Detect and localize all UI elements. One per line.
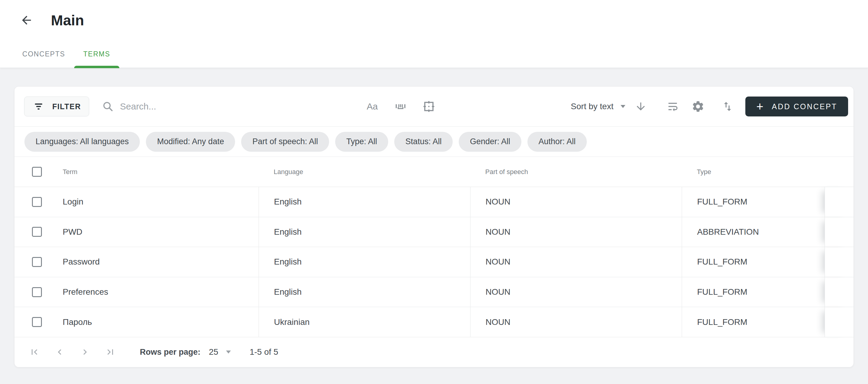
arrow-down-icon [635, 100, 647, 113]
filter-chips-row: Languages: All languages Modified: Any d… [14, 127, 854, 157]
swap-vertical-icon [721, 100, 734, 113]
column-label-term: Term [63, 168, 78, 176]
filter-chip[interactable]: Languages: All languages [24, 132, 140, 152]
term-value: Preferences [63, 287, 108, 297]
filter-icon [32, 100, 45, 113]
part-of-speech-value: NOUN [470, 247, 682, 277]
first-page-button[interactable] [28, 345, 41, 359]
sort-direction-button[interactable] [634, 99, 648, 113]
sort-select[interactable]: Sort by text [571, 102, 626, 111]
filter-chip-label: Modified: Any date [157, 137, 224, 146]
filter-button[interactable]: FILTER [24, 96, 89, 116]
column-label-language: Language [258, 157, 470, 187]
type-value: FULL_FORM [682, 277, 825, 307]
previous-page-button[interactable] [53, 345, 66, 359]
first-page-icon [29, 347, 40, 357]
pagination-range: 1-5 of 5 [250, 347, 278, 357]
rows-per-page-caret-icon [226, 351, 231, 354]
wrap-text-button[interactable] [666, 99, 680, 113]
table-row[interactable]: Password English NOUN FULL_FORM [14, 247, 854, 277]
tab-bar: CONCEPTS TERMS [13, 40, 868, 68]
filter-chip[interactable]: Author: All [527, 132, 587, 152]
row-checkbox[interactable] [32, 257, 42, 267]
part-of-speech-value: NOUN [470, 277, 682, 307]
regex-frame-button[interactable] [422, 99, 436, 113]
term-value: Password [63, 257, 100, 267]
filter-chip[interactable]: Part of speech: All [241, 132, 329, 152]
language-value: English [258, 277, 470, 307]
table-body: Login English NOUN FULL_FORM PWD English… [14, 187, 854, 337]
rows-per-page-select[interactable]: 25 [209, 347, 231, 357]
swap-order-button[interactable] [721, 99, 735, 113]
rows-per-page-label: Rows per page: [140, 348, 200, 357]
table-row[interactable]: Preferences English NOUN FULL_FORM [14, 277, 854, 307]
type-value: ABBREVIATION [682, 217, 825, 247]
header-cell-term: Term [14, 157, 258, 187]
match-case-icon: Aa [367, 101, 378, 112]
column-label-part-of-speech: Part of speech [470, 157, 682, 187]
title-row: Main [0, 0, 868, 40]
settings-button[interactable] [691, 99, 705, 113]
search-box[interactable] [102, 100, 351, 113]
pinned-column-spacer [825, 217, 854, 247]
select-all-checkbox[interactable] [32, 167, 42, 177]
rows-per-page-value: 25 [209, 347, 218, 357]
regex-frame-icon [422, 100, 435, 113]
part-of-speech-value: NOUN [470, 307, 682, 337]
filter-chip-label: Languages: All languages [36, 137, 129, 146]
term-value: Пароль [63, 317, 92, 327]
filter-chip[interactable]: Modified: Any date [146, 132, 235, 152]
filter-chip[interactable]: Status: All [394, 132, 453, 152]
table-row[interactable]: Пароль Ukrainian NOUN FULL_FORM [14, 307, 854, 337]
arrow-back-icon [20, 13, 33, 27]
whole-word-icon [394, 100, 407, 113]
content-area: FILTER Aa [0, 68, 868, 367]
language-value: English [258, 217, 470, 247]
filter-chip[interactable]: Gender: All [459, 132, 521, 152]
column-label-type: Type [682, 157, 825, 187]
type-value: FULL_FORM [682, 307, 825, 337]
toolbar: FILTER Aa [14, 87, 854, 127]
cell-term: Password [14, 247, 258, 277]
match-case-button[interactable]: Aa [365, 99, 379, 113]
type-value: FULL_FORM [682, 247, 825, 277]
gear-icon [691, 100, 705, 113]
sort-caret-icon [621, 105, 625, 108]
part-of-speech-value: NOUN [470, 187, 682, 217]
tab-concepts[interactable]: CONCEPTS [13, 40, 74, 68]
search-icon [102, 100, 114, 113]
terms-panel: FILTER Aa [14, 87, 854, 367]
row-checkbox[interactable] [32, 317, 42, 327]
whole-word-button[interactable] [394, 99, 407, 113]
cell-term: Пароль [14, 307, 258, 337]
filter-chip-label: Status: All [405, 137, 441, 146]
chevron-left-icon [54, 347, 65, 357]
language-value: Ukrainian [258, 307, 470, 337]
table-row[interactable]: PWD English NOUN ABBREVIATION [14, 217, 854, 247]
filter-chip-label: Type: All [346, 137, 377, 146]
term-value: PWD [63, 227, 82, 237]
next-page-button[interactable] [79, 345, 92, 359]
add-concept-button[interactable]: + ADD CONCEPT [745, 96, 848, 116]
type-value: FULL_FORM [682, 187, 825, 217]
filter-chip-label: Author: All [538, 137, 576, 146]
row-checkbox[interactable] [32, 197, 42, 207]
row-checkbox[interactable] [32, 227, 42, 237]
last-page-icon [105, 347, 116, 357]
pinned-column-spacer [825, 187, 854, 217]
table-row[interactable]: Login English NOUN FULL_FORM [14, 187, 854, 217]
last-page-button[interactable] [104, 345, 117, 359]
wrap-text-icon [666, 100, 679, 113]
page-title: Main [51, 12, 84, 29]
tab-terms[interactable]: TERMS [74, 40, 119, 68]
pagination: Rows per page: 25 1-5 of 5 [14, 337, 854, 367]
chevron-right-icon [80, 347, 90, 357]
filter-chip[interactable]: Type: All [335, 132, 388, 152]
header-cell-spacer [825, 157, 854, 187]
tab-concepts-label: CONCEPTS [22, 50, 65, 58]
table-header-row: Term Language Part of speech Type [14, 157, 854, 187]
search-input[interactable] [120, 101, 343, 112]
back-button[interactable] [19, 13, 34, 27]
row-checkbox[interactable] [32, 287, 42, 297]
search-options: Aa [365, 99, 436, 113]
